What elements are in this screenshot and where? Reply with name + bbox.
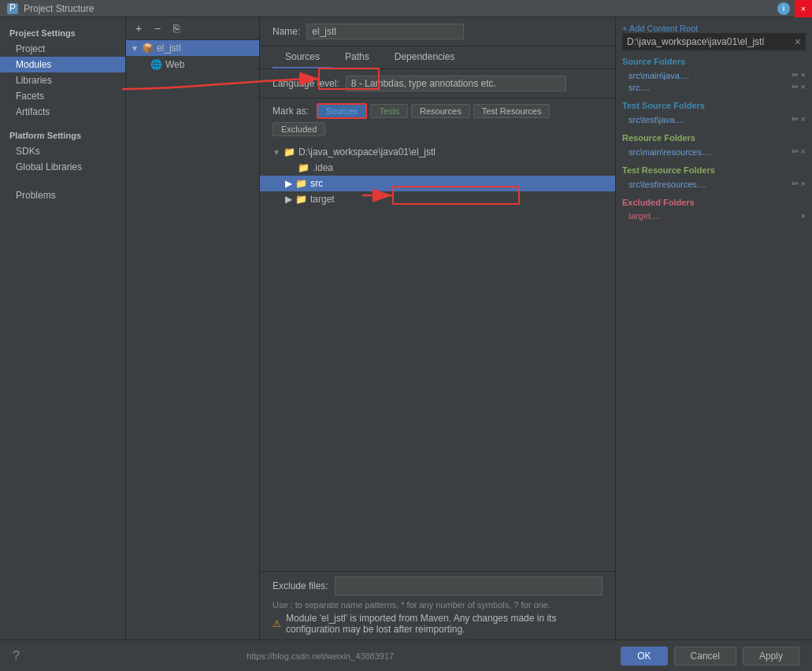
remove-test-resource-icon[interactable]: ×: [801, 179, 806, 189]
excluded-item-actions: ×: [801, 211, 806, 221]
expand-target-arrow: ▶: [285, 194, 292, 205]
sidebar-item-project[interactable]: Project: [0, 41, 125, 57]
footer-url: https://blog.csdn.net/weixin_43883917: [247, 651, 394, 661]
excluded-folder-item-1: target.... ×: [622, 210, 806, 221]
mark-excluded-button[interactable]: Excluded: [273, 122, 325, 136]
remove-source-icon[interactable]: ×: [801, 70, 806, 80]
mark-tests-button[interactable]: Tests: [370, 104, 408, 118]
module-folder-icon: 📦: [142, 43, 154, 54]
copy-module-button[interactable]: ⎘: [169, 20, 184, 36]
sidebar-item-sdks[interactable]: SDKs: [0, 143, 125, 159]
source-item-actions-1: ✏ ×: [792, 70, 806, 80]
test-source-item-actions: ✏ ×: [792, 114, 806, 124]
edit-test-source-icon[interactable]: ✏: [792, 114, 799, 124]
test-source-folder-item-1: src\test\java.... ✏ ×: [622, 113, 806, 125]
test-source-folders-title: Test Source Folders: [622, 101, 806, 110]
close-button[interactable]: ×: [795, 0, 812, 17]
module-tree-toolbar: + − ⎘: [126, 17, 259, 40]
module-tree-panel: + − ⎘ ▼ 📦 el_jstl 🌐 Web: [126, 17, 260, 639]
root-path-row: ▼ 📁 D:\java_workspace\java01\el_jstl: [260, 144, 615, 160]
source-item-actions-2: ✏ ×: [792, 82, 806, 92]
target-folder-item[interactable]: ▶ 📁 target: [260, 191, 615, 207]
hint-text: Use ; to separate name patterns, * for a…: [273, 599, 603, 613]
expand-arrow-icon: ▼: [131, 44, 139, 53]
sidebar-item-facets[interactable]: Facets: [0, 88, 125, 104]
mark-resources-button[interactable]: Resources: [411, 104, 470, 118]
add-module-button[interactable]: +: [131, 20, 146, 36]
expand-src-arrow: ▶: [285, 178, 292, 189]
right-panel: + Add Content Root D:\java_workspace\jav…: [615, 17, 812, 639]
language-level-label: Language level:: [273, 78, 339, 89]
edit-source-icon[interactable]: ✏: [792, 70, 799, 80]
remove-resource-icon[interactable]: ×: [801, 146, 806, 157]
test-resource-item-actions: ✏ ×: [792, 179, 806, 189]
intellij-icon: i: [777, 2, 790, 15]
language-level-select[interactable]: 8 - Lambdas, type annotations etc.: [346, 76, 566, 91]
warning-row: ⚠ Module 'el_jstl' is imported from Mave…: [273, 613, 603, 635]
mark-test-resources-button[interactable]: Test Resources: [473, 104, 551, 118]
web-label: Web: [165, 59, 184, 70]
source-folders-section: Source Folders src\main\java.... ✏ × src…: [622, 57, 806, 93]
title-bar-title: Project Structure: [24, 3, 94, 14]
content-area: Name: Sources Paths Dependencies Languag…: [260, 17, 615, 639]
cancel-button[interactable]: Cancel: [674, 647, 736, 665]
remove-module-button[interactable]: −: [150, 20, 165, 36]
edit-test-resource-icon[interactable]: ✏: [792, 179, 799, 189]
sidebar-item-artifacts[interactable]: Artifacts: [0, 104, 125, 120]
mark-as-row: Mark as: Sources Tests Resources Test Re…: [260, 98, 615, 141]
tab-paths[interactable]: Paths: [332, 46, 382, 69]
expand-root-arrow: ▼: [273, 148, 280, 157]
src-folder-item[interactable]: ▶ 📁 src: [260, 176, 615, 191]
svg-text:P: P: [9, 2, 16, 13]
file-tree-area: ▼ 📁 D:\java_workspace\java01\el_jstl 📁 .…: [260, 141, 615, 571]
sidebar-item-modules[interactable]: Modules: [0, 57, 125, 72]
footer: ? https://blog.csdn.net/weixin_43883917 …: [0, 639, 812, 671]
tab-sources[interactable]: Sources: [273, 46, 332, 69]
sidebar-item-libraries[interactable]: Libraries: [0, 72, 125, 88]
remove-excluded-icon[interactable]: ×: [801, 211, 806, 221]
source-folders-title: Source Folders: [622, 57, 806, 66]
root-folder-icon: 📁: [284, 146, 295, 158]
ok-button[interactable]: OK: [621, 647, 667, 665]
exclude-files-input[interactable]: [335, 576, 603, 595]
web-icon: 🌐: [150, 58, 162, 71]
title-bar-icon: P: [6, 2, 19, 15]
excluded-path-1: target....: [628, 211, 660, 221]
project-settings-section: Project Settings: [0, 24, 125, 41]
module-name-label: el_jstl: [157, 43, 181, 54]
src-folder-icon: 📁: [295, 178, 307, 189]
name-input[interactable]: [306, 24, 464, 39]
help-button[interactable]: ?: [13, 649, 20, 663]
src-folder-label: src: [310, 178, 323, 189]
tab-dependencies[interactable]: Dependencies: [382, 46, 468, 69]
mark-label: Mark as:: [273, 106, 309, 117]
remove-source-icon-2[interactable]: ×: [801, 82, 806, 92]
resource-folders-section: Resource Folders src\main\resources.... …: [622, 133, 806, 158]
test-source-path-1: src\test\java....: [628, 115, 684, 124]
sidebar-item-global-libraries[interactable]: Global Libraries: [0, 159, 125, 175]
resource-path-1: src\main\resources....: [628, 147, 711, 157]
sidebar-item-problems[interactable]: Problems: [0, 187, 125, 203]
title-bar: P Project Structure i ×: [0, 0, 812, 17]
mark-sources-button[interactable]: Sources: [317, 103, 367, 119]
resource-item-actions: ✏ ×: [792, 146, 806, 157]
module-tree-item-web[interactable]: 🌐 Web: [126, 56, 259, 73]
edit-source-icon-2[interactable]: ✏: [792, 82, 799, 92]
edit-resource-icon[interactable]: ✏: [792, 146, 799, 157]
name-label: Name:: [273, 26, 300, 37]
close-path-icon[interactable]: ×: [795, 35, 801, 48]
idea-folder-icon: 📁: [298, 162, 310, 173]
idea-folder-label: .idea: [313, 162, 333, 173]
idea-folder-item[interactable]: 📁 .idea: [260, 160, 615, 176]
exclude-files-label: Exclude files:: [273, 580, 328, 591]
remove-test-source-icon[interactable]: ×: [801, 114, 806, 124]
platform-settings-section: Platform Settings: [0, 126, 125, 143]
footer-buttons: OK Cancel Apply: [621, 647, 799, 665]
target-folder-icon: 📁: [295, 194, 307, 205]
warning-text: Module 'el_jstl' is imported from Maven.…: [286, 613, 603, 635]
apply-button[interactable]: Apply: [743, 647, 799, 665]
root-path-label: D:\java_workspace\java01\el_jstl: [298, 146, 436, 158]
add-content-root[interactable]: + Add Content Root: [622, 24, 806, 33]
module-tree-item-eljstl[interactable]: ▼ 📦 el_jstl: [126, 40, 259, 56]
test-resource-path-1: src\test\resources....: [628, 180, 706, 189]
